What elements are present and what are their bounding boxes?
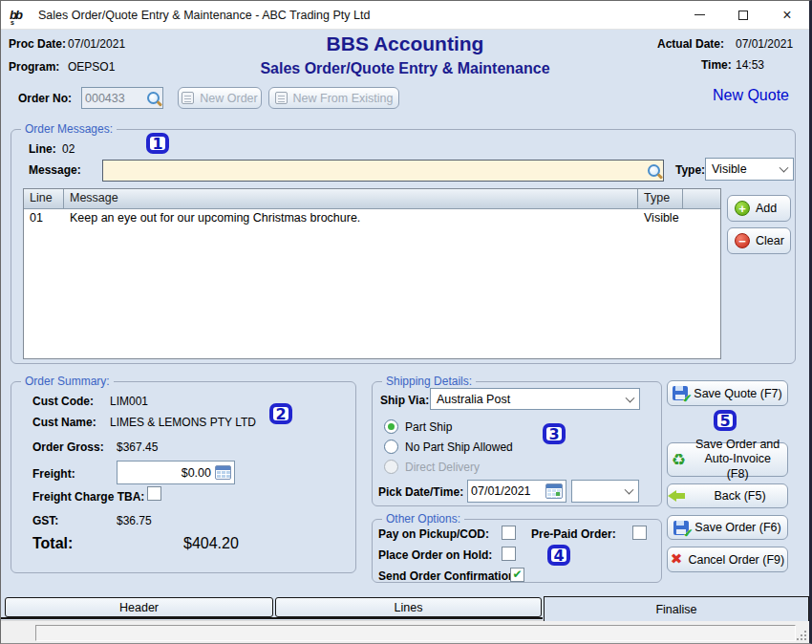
- gst-value: $36.75: [117, 514, 152, 527]
- recycle-icon: ♻: [672, 452, 686, 468]
- back-arrow-icon: [668, 490, 687, 502]
- messages-table: Line Message Type 01 Keep an eye out for…: [23, 188, 721, 359]
- back-button[interactable]: Back (F5): [667, 483, 788, 508]
- pick-time-dropdown[interactable]: [571, 480, 639, 503]
- order-messages-group-label: Order Messages:: [21, 122, 117, 136]
- search-icon[interactable]: [147, 92, 160, 104]
- new-document-icon: [182, 92, 194, 104]
- pick-date-time-label: Pick Date/Time:: [378, 485, 463, 499]
- type-dropdown[interactable]: Visible: [705, 158, 794, 181]
- time-value: 14:53: [736, 58, 764, 72]
- close-button[interactable]: ×: [765, 1, 809, 30]
- freight-label: Freight:: [32, 467, 75, 481]
- tab-header[interactable]: Header: [5, 597, 273, 617]
- maximize-icon: [738, 11, 748, 20]
- other-options-group: Other Options: Pay on Pickup/COD: Pre-Pa…: [372, 519, 662, 583]
- part-ship-label: Part Ship: [405, 420, 452, 434]
- cust-name-label: Cust Name:: [32, 416, 96, 429]
- calculator-icon[interactable]: [215, 465, 231, 480]
- annotation-marker-3: 3: [543, 423, 566, 444]
- pay-on-pickup-checkbox[interactable]: [502, 526, 516, 540]
- no-part-ship-radio[interactable]: [384, 440, 398, 454]
- minimize-button[interactable]: [677, 1, 721, 30]
- ship-via-dropdown[interactable]: Australia Post: [430, 388, 640, 410]
- cust-code-value: LIM001: [110, 395, 148, 408]
- annotation-marker-2: 2: [269, 403, 292, 424]
- window-title: Sales Order/Quote Entry & Maintenance - …: [38, 9, 370, 22]
- new-from-existing-button[interactable]: New From Existing: [268, 87, 399, 109]
- message-search-icon[interactable]: [648, 164, 660, 177]
- type-label: Type:: [675, 163, 705, 177]
- other-options-group-label: Other Options:: [382, 512, 464, 526]
- calendar-icon[interactable]: [545, 483, 563, 499]
- app-subtitle: Sales Order/Quote Entry & Maintenance: [1, 60, 809, 77]
- row-type: Visible: [638, 209, 683, 226]
- annotation-marker-5: 5: [714, 410, 737, 431]
- annotation-marker-4: 4: [547, 545, 570, 566]
- order-no-field[interactable]: [81, 87, 163, 109]
- pick-date-field[interactable]: [467, 480, 566, 503]
- messages-table-header: Line Message Type: [24, 189, 720, 209]
- col-header-message[interactable]: Message: [64, 189, 638, 208]
- order-gross-label: Order Gross:: [32, 440, 104, 454]
- ship-via-label: Ship Via:: [380, 394, 429, 407]
- check-icon: ✔: [512, 568, 522, 581]
- col-header-type[interactable]: Type: [638, 189, 683, 208]
- chevron-down-icon: [780, 163, 789, 173]
- order-no-input[interactable]: [85, 92, 147, 105]
- order-on-hold-checkbox[interactable]: [502, 547, 516, 561]
- prepaid-order-checkbox[interactable]: [632, 526, 647, 540]
- status-bar: [1, 620, 809, 643]
- actual-date-value: 07/01/2021: [736, 37, 793, 51]
- cancel-order-button[interactable]: ✖ Cancel Order (F9): [667, 547, 788, 572]
- chevron-down-icon: [625, 485, 634, 495]
- add-button[interactable]: + Add: [727, 195, 791, 222]
- freight-input[interactable]: [120, 466, 211, 480]
- chevron-down-icon: [626, 393, 635, 402]
- col-header-line[interactable]: Line: [24, 189, 64, 208]
- clear-button[interactable]: − Clear: [727, 227, 791, 254]
- close-icon: ×: [782, 8, 791, 23]
- actual-date-label: Actual Date:: [657, 37, 724, 51]
- resize-grip[interactable]: [797, 631, 806, 640]
- save-quote-button[interactable]: ✔ Save Quote (F7): [667, 380, 788, 406]
- direct-delivery-label: Direct Delivery: [405, 461, 480, 474]
- freight-tba-checkbox[interactable]: [147, 486, 161, 501]
- tab-lines[interactable]: Lines: [275, 597, 542, 617]
- row-message: Keep an eye out for our upcoming Christm…: [64, 209, 638, 226]
- total-label: Total:: [32, 535, 73, 552]
- row-line: 01: [24, 209, 64, 226]
- message-input[interactable]: [106, 164, 648, 178]
- col-header-filler: [683, 189, 720, 208]
- cust-name-value: LIMES & LEMONS PTY LTD: [110, 416, 256, 429]
- status-field: [35, 625, 796, 641]
- freight-tba-label: Freight Charge TBA:: [32, 490, 144, 504]
- shipping-details-group: Shipping Details: Ship Via: Australia Po…: [372, 381, 662, 506]
- cancel-x-icon: ✖: [671, 552, 683, 567]
- copy-document-icon: [275, 92, 288, 104]
- save-order-button[interactable]: ✔ Save Order (F6): [667, 515, 788, 540]
- maximize-button[interactable]: [721, 1, 765, 30]
- total-value: $404.20: [183, 535, 239, 552]
- tab-finalise[interactable]: Finalise: [544, 596, 809, 621]
- freight-field[interactable]: [117, 461, 235, 484]
- table-row[interactable]: 01 Keep an eye out for our upcoming Chri…: [24, 209, 720, 226]
- minimize-icon: [694, 14, 705, 15]
- add-icon: +: [735, 201, 750, 216]
- part-ship-radio[interactable]: [384, 419, 398, 434]
- pick-date-input[interactable]: [471, 484, 545, 498]
- save-order-auto-invoice-button[interactable]: ♻ Save Order and Auto-Invoice (F8): [667, 442, 788, 477]
- save-icon: ✔: [673, 521, 689, 535]
- prepaid-order-label: Pre-Paid Order:: [531, 527, 616, 541]
- new-order-button[interactable]: New Order: [178, 87, 262, 109]
- line-value: 02: [62, 142, 75, 156]
- no-part-ship-label: No Part Ship Allowed: [405, 440, 513, 454]
- app-window: bbs Sales Order/Quote Entry & Maintenanc…: [0, 0, 812, 644]
- direct-delivery-radio[interactable]: [384, 460, 398, 474]
- message-field[interactable]: [102, 160, 664, 182]
- order-gross-value: $367.45: [117, 440, 158, 454]
- shipping-details-group-label: Shipping Details:: [382, 375, 476, 388]
- mode-indicator: New Quote: [713, 87, 789, 104]
- order-summary-group-label: Order Summary:: [21, 375, 114, 388]
- send-confirmation-checkbox[interactable]: ✔: [510, 568, 524, 582]
